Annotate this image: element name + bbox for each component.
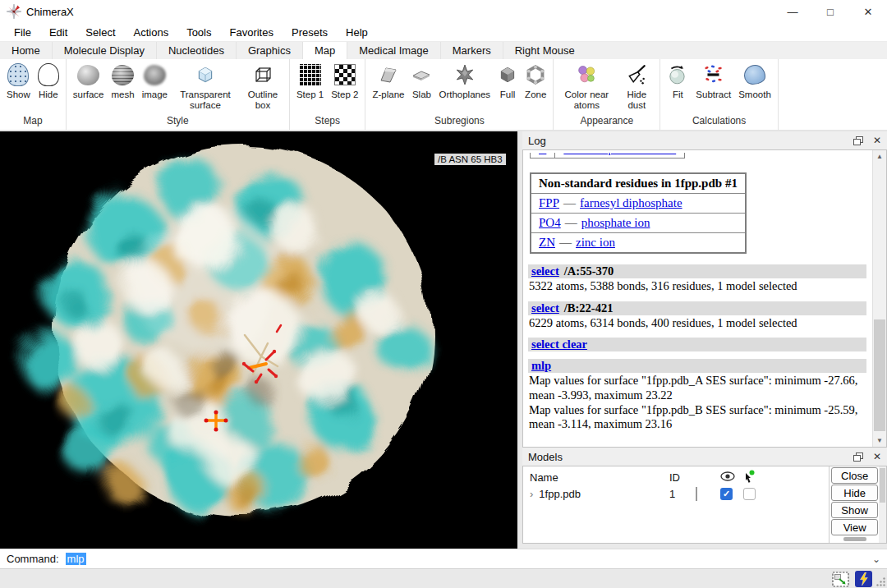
minimize-button[interactable]: — [774, 0, 811, 23]
slab-button[interactable]: Slab [409, 61, 434, 101]
menu-file[interactable]: File [5, 26, 40, 39]
image-style-button[interactable]: image [140, 61, 170, 101]
step1-icon [300, 62, 321, 88]
select-hand-icon [743, 470, 766, 485]
expand-chevron-icon[interactable]: › [530, 488, 533, 500]
log-command-select-b: select/B:22-421 [528, 301, 866, 315]
ribbon-group-label-subregions: Subregions [370, 113, 549, 130]
model-id: 1 [669, 488, 696, 500]
show-map-button[interactable]: Show [4, 61, 33, 101]
command-input[interactable]: mlp [64, 551, 866, 567]
full-region-button[interactable]: Full [495, 61, 520, 101]
zinc-ion-link[interactable]: zinc ion [576, 236, 615, 249]
orthoplanes-button[interactable]: Orthoplanes [436, 61, 493, 101]
tab-map[interactable]: Map [302, 42, 347, 59]
surface-style-button[interactable]: surface [71, 61, 107, 101]
tab-markers[interactable]: Markers [440, 42, 503, 59]
farnesyl-diphosphate-link[interactable]: farnesyl diphosphate [580, 196, 682, 209]
shown-eye-icon [720, 471, 743, 484]
residue-row-po4: PO4—phosphate ion [531, 214, 746, 233]
ribbon-group-label-appearance: Appearance [558, 113, 655, 130]
log-close-icon[interactable]: ✕ [873, 136, 881, 145]
models-scrollbar[interactable] [879, 466, 886, 543]
model-show-button[interactable]: Show [831, 502, 878, 518]
menu-actions[interactable]: Actions [125, 26, 178, 39]
graphics-viewport[interactable]: /B ASN 65 HB3 [0, 131, 517, 549]
select-clear-link[interactable]: select clear [531, 338, 587, 351]
menu-edit[interactable]: Edit [40, 26, 76, 39]
zone-button[interactable]: Zone [522, 61, 549, 101]
float-panel-icon[interactable] [853, 452, 863, 462]
menu-favorites[interactable]: Favorites [221, 26, 283, 39]
truncated-chain-link[interactable]: B [539, 153, 546, 155]
model-close-button[interactable]: Close [831, 467, 878, 484]
tab-right-mouse[interactable]: Right Mouse [503, 42, 586, 59]
tab-home[interactable]: Home [0, 42, 52, 59]
zn-link[interactable]: ZN [539, 236, 555, 249]
select-b-link[interactable]: select [531, 301, 559, 315]
log-scrollbar-thumb[interactable] [874, 319, 885, 431]
log-scrollbar[interactable]: ▲ ▼ [872, 150, 886, 447]
snapshot-region-icon[interactable] [832, 572, 849, 587]
model-shown-checkbox[interactable]: ✓ [720, 488, 733, 500]
mesh-style-button[interactable]: mesh [109, 61, 137, 101]
ribbon-toolbar: Show Hide Map surface mesh image [0, 59, 887, 131]
smooth-icon [744, 62, 765, 88]
menu-select[interactable]: Select [76, 26, 124, 39]
tab-medical-image[interactable]: Medical Image [347, 42, 440, 59]
models-scrollbar-thumb[interactable] [880, 468, 885, 503]
transparent-surface-button[interactable]: Transparent surface [172, 61, 238, 112]
model-selected-checkbox[interactable] [743, 488, 756, 500]
step1-button[interactable]: Step 1 [294, 61, 326, 101]
step2-button[interactable]: Step 2 [329, 61, 361, 101]
ribbon-group-appearance: Color near atoms Hide dust Appearance [554, 59, 660, 130]
tab-nucleotides[interactable]: Nucleotides [156, 42, 236, 59]
nonstandard-residues-table: Non-standard residues in 1fpp.pdb #1 FPP… [530, 172, 747, 254]
fit-button[interactable]: Fit [664, 61, 691, 101]
show-map-icon [7, 62, 29, 88]
scroll-down-arrow[interactable]: ▼ [873, 434, 886, 447]
menu-presets[interactable]: Presets [283, 26, 337, 39]
truncated-description-link[interactable]: No description available [563, 153, 676, 155]
log-panel-header: Log ✕ [522, 131, 887, 149]
color-near-atoms-button[interactable]: Color near atoms [558, 61, 615, 112]
fast-mode-lightning-icon[interactable] [855, 571, 872, 587]
buttons-drag-handle[interactable] [843, 537, 866, 541]
tab-molecule-display[interactable]: Molecule Display [52, 42, 156, 59]
smooth-button[interactable]: Smooth [736, 61, 774, 101]
log-command-select-a: select/A:55-370 [528, 264, 866, 278]
po4-link[interactable]: PO4 [539, 216, 561, 229]
float-panel-icon[interactable] [853, 136, 863, 145]
models-close-icon[interactable]: ✕ [873, 452, 881, 462]
menu-help[interactable]: Help [337, 26, 377, 39]
title-bar: ChimeraX — □ ✕ [0, 0, 887, 23]
ribbon-group-label-calculations: Calculations [664, 113, 773, 130]
select-b-result: 6229 atoms, 6314 bonds, 400 residues, 1 … [528, 316, 866, 331]
window-resize-grip[interactable] [876, 577, 886, 587]
model-color-swatch[interactable] [696, 487, 697, 501]
outline-box-button[interactable]: Outline box [241, 61, 285, 112]
atom-hover-label: /B ASN 65 HB3 [434, 154, 506, 165]
hide-map-icon [38, 62, 59, 88]
menu-bar: File Edit Select Actions Tools Favorites… [0, 23, 887, 41]
scroll-up-arrow[interactable]: ▲ [873, 150, 886, 163]
model-view-button[interactable]: View [831, 519, 878, 535]
log-panel-body: B No description available Non-standard … [522, 149, 887, 448]
z-plane-button[interactable]: Z-plane [370, 61, 407, 101]
hide-dust-button[interactable]: Hide dust [618, 61, 655, 112]
fpp-link[interactable]: FPP [539, 196, 559, 209]
model-row-1fpp[interactable]: ›1fpp.pdb 1 ✓ [530, 485, 829, 502]
slab-icon [411, 62, 431, 88]
tab-graphics[interactable]: Graphics [236, 42, 302, 59]
menu-tools[interactable]: Tools [177, 26, 220, 39]
model-hide-button[interactable]: Hide [831, 485, 878, 501]
phosphate-ion-link[interactable]: phosphate ion [581, 216, 650, 229]
maximize-button[interactable]: □ [811, 0, 849, 23]
select-a-link[interactable]: select [531, 264, 559, 278]
mlp-link[interactable]: mlp [531, 359, 551, 372]
model-name: 1fpp.pdb [539, 488, 581, 500]
command-history-chevron-icon[interactable]: ⌄ [866, 554, 887, 565]
subtract-button[interactable]: Subtract [693, 61, 733, 101]
close-button[interactable]: ✕ [849, 0, 887, 23]
hide-map-button[interactable]: Hide [35, 61, 62, 101]
